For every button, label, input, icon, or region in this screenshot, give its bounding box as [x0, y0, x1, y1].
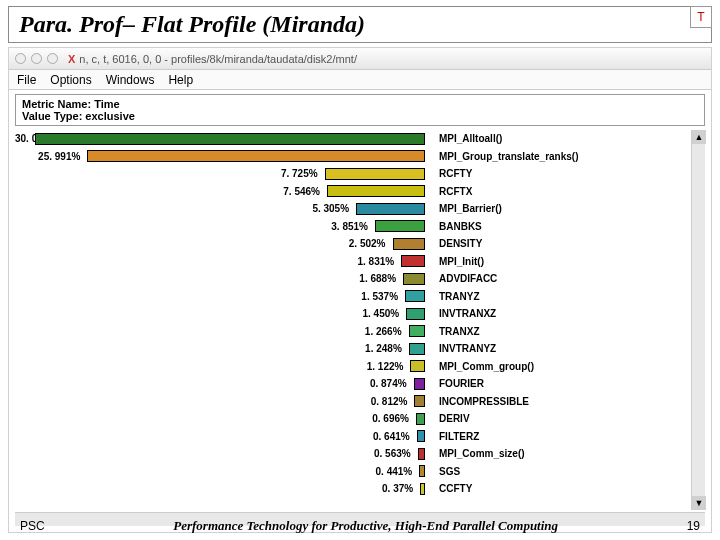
bar-percent: 0. 563%: [15, 448, 415, 459]
chart-row: 25. 991%MPI_Group_translate_ranks(): [15, 148, 691, 166]
bar-label: RCFTX: [435, 186, 472, 197]
window-titlebar[interactable]: X n, c, t, 6016, 0, 0 - profiles/8k/mira…: [9, 48, 711, 70]
bar-label: MPI_Comm_group(): [435, 361, 534, 372]
menu-windows[interactable]: Windows: [106, 73, 155, 87]
bar-label: DERIV: [435, 413, 470, 424]
bar-icon: [406, 308, 425, 320]
bar-label: INVTRANYZ: [435, 343, 496, 354]
chart-row: 3. 851%BANBKS: [15, 218, 691, 236]
bar-percent: 1. 248%: [15, 343, 406, 354]
menu-file[interactable]: File: [17, 73, 36, 87]
bar-icon: [375, 220, 425, 232]
bar-label: SGS: [435, 466, 460, 477]
scroll-area: 30. 024%MPI_Alltoall()25. 991%MPI_Group_…: [15, 130, 705, 510]
menu-help[interactable]: Help: [168, 73, 193, 87]
bar-icon: [35, 133, 425, 145]
slide-title-box: Para. Prof– Flat Profile (Miranda): [8, 6, 712, 43]
bar-label: DENSITY: [435, 238, 482, 249]
bar-icon: [417, 430, 425, 442]
chart-row: 0. 641%FILTERZ: [15, 428, 691, 446]
corner-logo-icon: T: [690, 6, 712, 28]
bar-icon: [393, 238, 426, 250]
bar-icon: [409, 343, 425, 355]
scroll-up-icon[interactable]: ▲: [692, 130, 706, 144]
bar-icon: [405, 290, 425, 302]
bar-percent: 1. 266%: [15, 326, 406, 337]
chart-row: 30. 024%MPI_Alltoall(): [15, 130, 691, 148]
bar-percent: 7. 725%: [15, 168, 322, 179]
bar-percent: 1. 831%: [15, 256, 398, 267]
chart-row: 1. 688%ADVDIFACC: [15, 270, 691, 288]
vertical-scrollbar[interactable]: ▲ ▼: [691, 130, 705, 510]
app-window: X n, c, t, 6016, 0, 0 - profiles/8k/mira…: [8, 47, 712, 533]
bar-icon: [403, 273, 425, 285]
bar-label: TRANXZ: [435, 326, 480, 337]
chart-row: 0. 563%MPI_Comm_size(): [15, 445, 691, 463]
bar-icon: [356, 203, 425, 215]
bar-icon: [414, 395, 425, 407]
bar-label: BANBKS: [435, 221, 482, 232]
traffic-lights[interactable]: [15, 53, 58, 64]
bar-percent: 0. 696%: [15, 413, 413, 424]
bar-percent: 1. 122%: [15, 361, 407, 372]
bar-label: CCFTY: [435, 483, 472, 494]
chart-row: 7. 546%RCFTX: [15, 183, 691, 201]
bar-icon: [416, 413, 425, 425]
footer-center: Performance Technology for Productive, H…: [45, 518, 687, 534]
bar-icon: [401, 255, 425, 267]
bar-label: MPI_Alltoall(): [435, 133, 502, 144]
chart-row: 7. 725%RCFTY: [15, 165, 691, 183]
bar-label: FILTERZ: [435, 431, 479, 442]
bar-icon: [325, 168, 425, 180]
chart-row: 0. 874%FOURIER: [15, 375, 691, 393]
bar-icon: [419, 465, 425, 477]
chart-row: 1. 266%TRANXZ: [15, 323, 691, 341]
bar-label: MPI_Barrier(): [435, 203, 502, 214]
bar-label: MPI_Group_translate_ranks(): [435, 151, 579, 162]
menu-options[interactable]: Options: [50, 73, 91, 87]
slide-footer: PSC Performance Technology for Productiv…: [0, 518, 720, 534]
bar-label: MPI_Comm_size(): [435, 448, 525, 459]
bar-label: RCFTY: [435, 168, 472, 179]
bar-icon: [410, 360, 425, 372]
metric-info: Metric Name: Time Value Type: exclusive: [15, 94, 705, 126]
minimize-light-icon[interactable]: [31, 53, 42, 64]
chart-row: 1. 248%INVTRANYZ: [15, 340, 691, 358]
footer-page: 19: [687, 519, 700, 533]
menubar: File Options Windows Help: [9, 70, 711, 90]
bar-percent: 0. 874%: [15, 378, 411, 389]
bar-percent: 1. 537%: [15, 291, 402, 302]
content-area: Metric Name: Time Value Type: exclusive …: [9, 90, 711, 532]
bar-icon: [327, 185, 425, 197]
window-title: n, c, t, 6016, 0, 0 - profiles/8k/mirand…: [79, 53, 357, 65]
chart-row: 0. 696%DERIV: [15, 410, 691, 428]
bar-percent: 7. 546%: [15, 186, 324, 197]
chart-row: 0. 441%SGS: [15, 463, 691, 481]
bar-percent: 0. 641%: [15, 431, 414, 442]
chart-row: 1. 831%MPI_Init(): [15, 253, 691, 271]
bar-percent: 2. 502%: [15, 238, 390, 249]
bar-percent: 1. 688%: [15, 273, 400, 284]
close-light-icon[interactable]: [15, 53, 26, 64]
chart-row: 1. 537%TRANYZ: [15, 288, 691, 306]
chart-row: 0. 37%CCFTY: [15, 480, 691, 498]
chart-row: 2. 502%DENSITY: [15, 235, 691, 253]
bar-percent: 3. 851%: [15, 221, 372, 232]
chart-row: 1. 450%INVTRANXZ: [15, 305, 691, 323]
bar-percent: 30. 024%: [15, 133, 32, 144]
bar-percent: 0. 37%: [15, 483, 417, 494]
chart-row: 0. 812%INCOMPRESSIBLE: [15, 393, 691, 411]
bar-icon: [418, 448, 425, 460]
bar-percent: 5. 305%: [15, 203, 353, 214]
x11-icon: X: [68, 53, 75, 65]
bar-label: MPI_Init(): [435, 256, 484, 267]
bar-label: TRANYZ: [435, 291, 480, 302]
bar-icon: [87, 150, 425, 162]
footer-left: PSC: [20, 519, 45, 533]
value-type-line: Value Type: exclusive: [22, 110, 698, 122]
zoom-light-icon[interactable]: [47, 53, 58, 64]
bar-percent: 0. 441%: [15, 466, 416, 477]
bar-icon: [420, 483, 425, 495]
bar-label: INVTRANXZ: [435, 308, 496, 319]
scroll-down-icon[interactable]: ▼: [692, 496, 706, 510]
